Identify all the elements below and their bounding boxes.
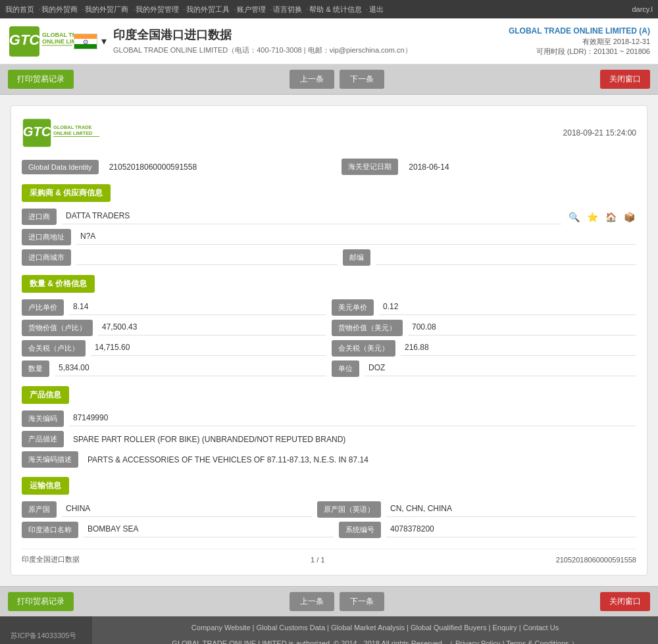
quantity-label: 数量 — [22, 360, 49, 377]
transport-section: 运输信息 原产国 CHINA 原产国（英语） CN, CHN, CHINA 印度… — [22, 477, 636, 538]
origin-country-value: CHINA — [62, 503, 312, 517]
nav-tools[interactable]: 我的外贸工具 — [186, 5, 230, 14]
india-port-value: BOMBAY SEA — [84, 523, 334, 537]
top-navigation: 我的首页 · 我的外贸商 · 我的外贸厂商 · 我的外贸管理 · 我的外贸工具 … — [0, 0, 658, 18]
nav-buyers[interactable]: 我的外贸商 — [41, 5, 78, 14]
product-desc-label: 产品描述 — [22, 431, 64, 447]
page-title: 印度全国港口进口数据 — [113, 27, 509, 43]
unit-price-inr-value: 8.14 — [69, 301, 326, 315]
hs-code-row: 海关编码 87149990 — [22, 410, 636, 427]
customs-duty-inr-value: 14,715.60 — [91, 341, 326, 356]
customs-date-value: 2018-06-14 — [403, 162, 636, 172]
origin-country-en-label: 原产国（英语） — [317, 501, 381, 518]
close-button[interactable]: 关闭窗口 — [600, 70, 650, 89]
unit-price-usd-label: 美元单价 — [332, 299, 374, 316]
next-button[interactable]: 下一条 — [340, 70, 384, 89]
system-code-label: 系统编号 — [339, 522, 381, 538]
quantity-row: 数量 5,834.00 单位 DOZ — [22, 360, 636, 377]
star-icon[interactable]: ⭐ — [585, 210, 599, 224]
global-data-identity-label: Global Data Identity — [22, 160, 99, 174]
importer-address-row: 进口商地址 N?A — [22, 229, 636, 245]
bottom-toolbar: 打印贸易记录 上一条 下一条 关闭窗口 — [0, 586, 658, 616]
footer-terms[interactable]: Terms & Conditions — [506, 639, 569, 644]
hs-code-desc-label: 海关编码描述 — [22, 451, 78, 468]
nav-management[interactable]: 我的外贸管理 — [136, 5, 179, 14]
footer-source: 印度全国进口数据 — [22, 555, 80, 564]
main-content: GTC GLOBAL TRADE ONLINE LIMITED 2018-09-… — [0, 95, 658, 586]
unit-price-inr-label: 卢比单价 — [22, 299, 64, 316]
nav-help[interactable]: 帮助 & 统计信息 — [309, 5, 361, 14]
top-toolbar: 打印贸易记录 上一条 下一条 关闭窗口 — [0, 64, 658, 95]
importer-row: 进口商 DATTA TRADERS 🔍 ⭐ 🏠 📦 — [22, 209, 636, 225]
logo: GTC GLOBAL TRADE ONLINE LIMITED — [8, 24, 74, 59]
importer-label: 进口商 — [22, 209, 57, 225]
home-icon[interactable]: 🏠 — [603, 210, 618, 224]
product-section: 产品信息 海关编码 87149990 产品描述 SPARE PART ROLLE… — [22, 386, 636, 468]
header-title-area: 印度全国港口进口数据 GLOBAL TRADE ONLINE LIMITED（电… — [113, 27, 509, 55]
svg-text:GTC: GTC — [9, 32, 41, 48]
close-button-bottom[interactable]: 关闭窗口 — [600, 592, 650, 611]
india-port-label: 印度港口名称 — [22, 522, 78, 538]
footer-privacy[interactable]: Privacy Policy — [455, 639, 500, 644]
quantity-value: 5,834.00 — [55, 362, 326, 376]
transport-section-title: 运输信息 — [22, 477, 69, 495]
search-icon[interactable]: 🔍 — [567, 210, 581, 224]
cargo-value-inr-value: 47,500.43 — [98, 321, 326, 335]
mail-icon[interactable]: 📦 — [622, 210, 636, 224]
country-flag: ▾ — [74, 34, 107, 49]
footer-id: 21052018060000591558 — [556, 556, 636, 564]
footer-enquiry[interactable]: Enquiry — [492, 624, 517, 632]
unit-price-usd-value: 0.12 — [379, 301, 636, 315]
footer-copyright: GLOBAL TRADE ONLINE LIMITED is authorize… — [100, 637, 650, 644]
record-datetime: 2018-09-21 15:24:00 — [563, 128, 636, 137]
ldr-range: 可用时段 (LDR)：201301 ~ 201806 — [509, 47, 650, 57]
buyer-supplier-section: 采购商 & 供应商信息 进口商 DATTA TRADERS 🔍 ⭐ 🏠 📦 进口… — [22, 184, 636, 266]
footer-page: 1 / 1 — [311, 556, 324, 564]
nav-language[interactable]: 语言切换 — [273, 5, 302, 14]
customs-duty-usd-value: 216.88 — [401, 341, 636, 356]
record-card: GTC GLOBAL TRADE ONLINE LIMITED 2018-09-… — [11, 105, 647, 576]
importer-address-label: 进口商地址 — [22, 229, 71, 245]
footer-qualified-buyers[interactable]: Global Qualified Buyers — [411, 624, 487, 632]
print-button[interactable]: 打印贸易记录 — [8, 70, 74, 89]
footer-market-analysis[interactable]: Global Market Analysis — [331, 624, 405, 632]
next-button-bottom[interactable]: 下一条 — [340, 592, 384, 611]
svg-text:ONLINE LIMITED: ONLINE LIMITED — [42, 38, 74, 45]
price-section-title: 数量 & 价格信息 — [22, 275, 95, 293]
svg-text:GLOBAL TRADE: GLOBAL TRADE — [42, 32, 74, 38]
icp-info: 苏ICP备14033305号 — [0, 616, 92, 644]
footer-customs-data[interactable]: Global Customs Data — [257, 624, 326, 632]
product-desc-value: SPARE PART ROLLER (FOR BIKE) (UNBRANDED/… — [69, 433, 349, 445]
prev-button[interactable]: 上一条 — [290, 70, 334, 89]
cargo-value-inr-label: 货物价值（卢比） — [22, 320, 93, 336]
global-data-identity-value: 21052018060000591558 — [104, 162, 337, 172]
nav-account[interactable]: 账户管理 — [237, 5, 266, 14]
print-button-bottom[interactable]: 打印贸易记录 — [8, 592, 74, 611]
nav-factories[interactable]: 我的外贸厂商 — [85, 5, 128, 14]
postal-code-value — [376, 251, 637, 265]
header-right: GLOBAL TRADE ONLINE LIMITED (A) 有效期至 201… — [509, 26, 650, 57]
footer-contact-us[interactable]: Contact Us — [523, 624, 559, 632]
importer-city-row: 进口商城市 邮编 — [22, 249, 636, 266]
company-contact: GLOBAL TRADE ONLINE LIMITED（电话：400-710-3… — [113, 45, 509, 55]
postal-code-label: 邮编 — [343, 249, 370, 266]
importer-city-value — [76, 251, 338, 265]
nav-logout[interactable]: 退出 — [369, 5, 384, 14]
nav-home[interactable]: 我的首页 — [5, 5, 34, 14]
origin-country-label: 原产国 — [22, 501, 57, 518]
system-code-value: 4078378200 — [386, 523, 636, 537]
identity-row: Global Data Identity 2105201806000059155… — [22, 159, 636, 175]
customs-duty-row: 会关税（卢比） 14,715.60 会关税（美元） 216.88 — [22, 340, 636, 357]
unit-price-row: 卢比单价 8.14 美元单价 0.12 — [22, 299, 636, 316]
hs-code-desc-value: PARTS & ACCESSORIES OF THE VEHICLES OF 8… — [84, 454, 372, 466]
hs-code-desc-row: 海关编码描述 PARTS & ACCESSORIES OF THE VEHICL… — [22, 451, 636, 468]
company-name: GLOBAL TRADE ONLINE LIMITED (A) — [509, 26, 650, 36]
price-section: 数量 & 价格信息 卢比单价 8.14 美元单价 0.12 货物价值（卢比） 4… — [22, 275, 636, 377]
footer-area: 苏ICP备14033305号 Company Website | Global … — [0, 616, 658, 644]
validity-date: 有效期至 2018-12-31 — [509, 37, 650, 47]
page-footer: Company Website | Global Customs Data | … — [92, 616, 658, 644]
cargo-value-usd-label: 货物价值（美元） — [332, 320, 403, 336]
footer-company-website[interactable]: Company Website — [191, 624, 251, 632]
india-port-row: 印度港口名称 BOMBAY SEA 系统编号 4078378200 — [22, 522, 636, 538]
prev-button-bottom[interactable]: 上一条 — [290, 592, 334, 611]
